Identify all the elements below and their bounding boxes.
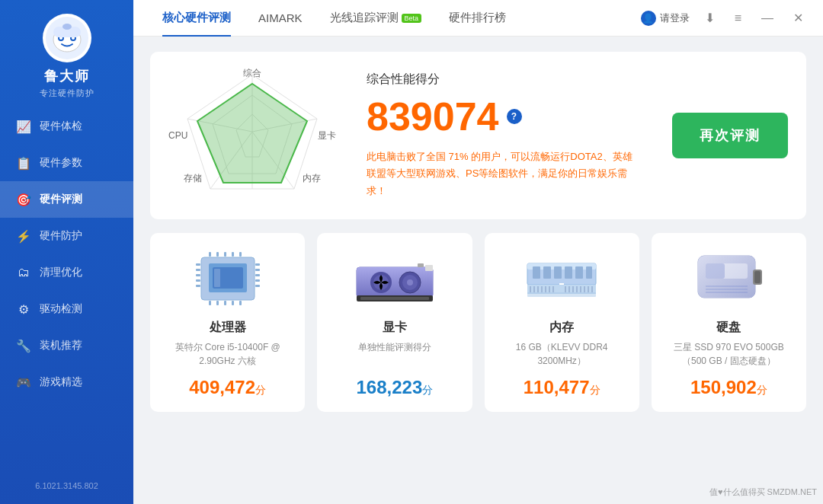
svg-rect-26 <box>255 269 260 271</box>
nav-label-game-select: 游戏精选 <box>40 375 82 389</box>
svg-rect-52 <box>360 297 429 300</box>
ram-card-score: 110,477分 <box>524 377 600 398</box>
sidebar-item-build-recommend[interactable]: 🔧 装机推荐 <box>0 327 133 364</box>
svg-rect-40 <box>214 269 220 287</box>
nav-label-hardware-protect: 硬件防护 <box>40 229 82 243</box>
svg-rect-82 <box>754 271 761 283</box>
svg-rect-68 <box>549 286 550 292</box>
nav-label-build-recommend: 装机推荐 <box>40 339 82 352</box>
titlebar-tabs: 核心硬件评测 AIMARK 光线追踪评测 Beta 硬件排行榜 <box>149 0 641 37</box>
cpu-card-name: 处理器 <box>210 320 246 336</box>
svg-marker-16 <box>197 84 307 183</box>
nav-icon-driver-detect: ⚙ <box>15 301 32 317</box>
close-button[interactable]: ✕ <box>789 9 808 27</box>
svg-rect-70 <box>565 286 566 292</box>
svg-rect-27 <box>255 274 260 276</box>
nav-items: 📈 硬件体检 📋 硬件参数 🎯 硬件评测 ⚡ 硬件防护 🗂 清理优化 ⚙ 驱动检… <box>0 108 133 475</box>
sidebar-item-clean-optimize[interactable]: 🗂 清理优化 <box>0 254 133 291</box>
svg-rect-38 <box>232 301 234 305</box>
svg-rect-66 <box>541 286 543 292</box>
nav-label-hardware-check: 硬件体检 <box>40 120 82 133</box>
gpu-card: 显卡 单独性能评测得分 168,223分 <box>317 233 472 412</box>
svg-rect-71 <box>568 286 570 292</box>
svg-rect-72 <box>572 286 574 292</box>
nav-icon-game-select: 🎮 <box>15 374 32 391</box>
ssd-card-name: 硬盘 <box>716 320 741 336</box>
svg-rect-59 <box>575 266 583 279</box>
svg-rect-23 <box>196 279 200 282</box>
nav-label-clean-optimize: 清理优化 <box>40 266 82 279</box>
sidebar-item-hardware-check[interactable]: 📈 硬件体检 <box>0 108 133 145</box>
svg-rect-60 <box>586 266 592 279</box>
logo-area: 鲁大师 专注硬件防护 <box>40 0 94 108</box>
nav-label-hardware-test: 硬件评测 <box>40 193 82 206</box>
nav-icon-hardware-test: 🎯 <box>15 191 32 208</box>
sidebar-item-hardware-test[interactable]: 🎯 硬件评测 <box>0 181 133 218</box>
svg-rect-25 <box>255 263 260 266</box>
user-icon: 👤 <box>641 11 656 26</box>
cpu-card-score: 409,472分 <box>189 377 266 398</box>
cpu-card-detail: 英特尔 Core i5-10400F @ 2.90GHz 六核 <box>162 340 293 368</box>
nav-label-driver-detect: 驱动检测 <box>40 302 82 316</box>
cpu-image <box>182 248 274 309</box>
score-help-button[interactable]: ? <box>507 109 522 124</box>
gpu-card-name: 显卡 <box>383 320 407 336</box>
svg-rect-28 <box>255 279 260 282</box>
gpu-card-detail: 单独性能评测得分 <box>358 340 431 368</box>
svg-rect-24 <box>196 285 200 287</box>
svg-rect-31 <box>216 252 219 257</box>
svg-rect-21 <box>196 269 200 271</box>
svg-rect-74 <box>580 286 581 292</box>
logo-subtitle: 专注硬件防护 <box>40 88 94 99</box>
svg-rect-34 <box>239 252 242 257</box>
download-button[interactable]: ⬇ <box>700 9 719 27</box>
sidebar-item-driver-detect[interactable]: ⚙ 驱动检测 <box>0 291 133 327</box>
titlebar: 核心硬件评测 AIMARK 光线追踪评测 Beta 硬件排行榜 👤 请登录 ⬇ … <box>133 0 823 37</box>
svg-rect-67 <box>545 286 546 292</box>
svg-rect-33 <box>232 252 234 257</box>
nav-label-hardware-params: 硬件参数 <box>40 156 82 170</box>
svg-rect-39 <box>239 301 242 305</box>
nav-icon-clean-optimize: 🗂 <box>15 264 32 281</box>
svg-rect-20 <box>196 263 200 266</box>
hardware-cards-row: 处理器 英特尔 Core i5-10400F @ 2.90GHz 六核 409,… <box>150 233 806 412</box>
ram-card-name: 内存 <box>549 320 574 336</box>
login-button[interactable]: 👤 请登录 <box>641 11 690 26</box>
svg-rect-63 <box>530 286 531 292</box>
svg-rect-50 <box>425 265 433 271</box>
svg-rect-65 <box>537 286 539 292</box>
score-number: 839074 ? <box>367 94 642 139</box>
svg-rect-29 <box>255 285 260 287</box>
logo-title: 鲁大师 <box>44 67 90 85</box>
svg-rect-42 <box>357 267 433 298</box>
nav-icon-hardware-protect: ⚡ <box>15 228 32 244</box>
tab-core-hw[interactable]: 核心硬件评测 <box>149 0 245 37</box>
tab-ray-trace[interactable]: 光线追踪评测 Beta <box>316 0 436 37</box>
titlebar-actions: 👤 请登录 ⬇ ≡ — ✕ <box>641 9 808 27</box>
minimize-button[interactable]: — <box>757 10 778 27</box>
gpu-card-score: 168,223分 <box>356 377 433 398</box>
ram-card: 内存 16 GB（KLEVV DDR4 3200MHz） 110,477分 <box>485 233 639 412</box>
radar-chart: 综合 显卡 内存 存储 CPU <box>168 67 336 204</box>
menu-button[interactable]: ≡ <box>730 10 746 27</box>
ssd-card: 硬盘 三星 SSD 970 EVO 500GB（500 GB / 固态硬盘） 1… <box>652 233 806 412</box>
svg-point-48 <box>407 279 413 285</box>
nav-icon-hardware-params: 📋 <box>15 155 32 171</box>
svg-rect-32 <box>224 252 226 257</box>
svg-rect-73 <box>576 286 578 292</box>
retest-button[interactable]: 再次评测 <box>672 113 788 158</box>
sidebar-item-game-select[interactable]: 🎮 游戏精选 <box>0 364 133 400</box>
cpu-card: 处理器 英特尔 Core i5-10400F @ 2.90GHz 六核 409,… <box>150 233 305 412</box>
nav-icon-build-recommend: 🔧 <box>15 337 32 354</box>
tab-hw-rank[interactable]: 硬件排行榜 <box>435 0 520 37</box>
nav-icon-hardware-check: 📈 <box>15 118 32 135</box>
gpu-image <box>349 248 440 309</box>
tab-aimark[interactable]: AIMARK <box>245 0 316 37</box>
svg-rect-69 <box>552 286 554 292</box>
svg-rect-56 <box>543 266 551 279</box>
version-text: 6.1021.3145.802 <box>35 475 98 496</box>
ram-image <box>516 248 607 309</box>
svg-rect-58 <box>565 266 572 279</box>
sidebar-item-hardware-protect[interactable]: ⚡ 硬件防护 <box>0 218 133 254</box>
sidebar-item-hardware-params[interactable]: 📋 硬件参数 <box>0 145 133 181</box>
